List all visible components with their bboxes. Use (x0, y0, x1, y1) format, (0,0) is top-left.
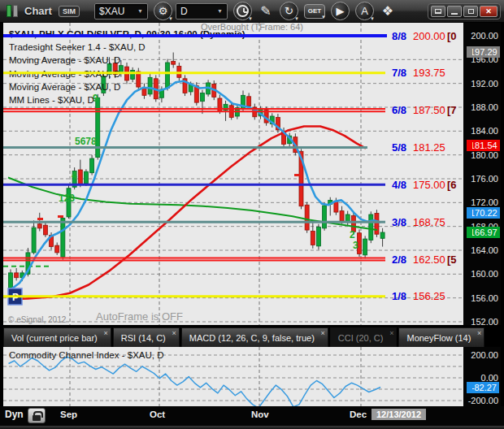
price-tick: 180.00 (464, 150, 498, 160)
time-axis-bar: Dyn SepOctNovDec12/13/2012 (0, 406, 504, 426)
indicator-tabbar: Vol (current price bar)×RSI (14, C)×MACD… (3, 326, 501, 347)
legend-line: Moving Average - $XAU, D (9, 67, 245, 80)
play-icon[interactable]: ▶ (331, 2, 350, 20)
ma-red (8, 127, 366, 300)
seeker-p-marker-label: P (12, 292, 19, 303)
month-label-oct: Oct (150, 410, 165, 419)
price-tick: 152.00 (464, 317, 498, 325)
price-badge: 166.97 (467, 227, 500, 238)
seeker-red-tick (37, 218, 43, 220)
tab-label: MACD (12, 26, C, 9, false, true) (189, 333, 315, 343)
maximize-button[interactable] (463, 6, 478, 17)
seeker-red-tick (58, 215, 63, 218)
draw-pencil-icon[interactable]: ✎ (258, 2, 274, 20)
lock-icon (33, 415, 41, 421)
price-tick: 188.00 (464, 102, 498, 112)
tab-moneyflow[interactable]: MoneyFlow (14)× (398, 327, 484, 347)
ma-blue (11, 81, 380, 289)
lock-scale-button[interactable] (28, 408, 46, 423)
tab-rsi[interactable]: RSI (14, C)× (113, 327, 180, 347)
seeker-annotation: 1 (345, 214, 351, 225)
cci-title: Commodity Channel Index - $XAU, D (9, 350, 163, 360)
tab-label: RSI (14, C) (121, 333, 166, 343)
legend-line: MM Lines - $XAU, D (9, 93, 245, 106)
window-controls: ✕ (428, 3, 501, 20)
price-tick: 192.00 (464, 79, 498, 89)
tab-close-icon[interactable]: × (104, 329, 108, 337)
tab-vol[interactable]: Vol (current price bar)× (3, 327, 111, 347)
interval-combo[interactable]: D ▼ (176, 3, 228, 20)
legend-line: Moving Average - $XAU, D (9, 80, 245, 93)
tab-close-icon[interactable]: × (172, 329, 176, 337)
chevron-down-icon: ▼ (212, 8, 223, 14)
price-badge: 181.54 (467, 140, 500, 151)
auto-a-icon[interactable]: A▼ (355, 2, 374, 20)
symbol-settings-gear-icon[interactable]: ⚙▼ (154, 2, 172, 20)
price-pane: 956784123123P $XAU, PHLX GOLD/SILVER, D,… (3, 23, 463, 325)
tab-label: Vol (current price bar) (11, 333, 98, 343)
seeker-red-tick (294, 174, 300, 176)
tab-close-icon[interactable]: × (321, 329, 325, 337)
tab-close-icon[interactable]: × (477, 329, 481, 337)
seeker-annotation: 5678 (75, 136, 97, 147)
price-badge: 170.22 (467, 207, 500, 219)
price-tick: 172.00 (464, 197, 498, 207)
sim-badge: SIM (59, 6, 80, 17)
title-bar: Chart SIM $XAU ▼ ⚙▼ D ▼ ▼ ✎ ↻▼ GET▼ ▶ A▼… (0, 0, 504, 23)
refresh-icon[interactable]: ↻▼ (280, 2, 298, 20)
month-label-dec: Dec (350, 410, 367, 419)
tab-label: CCI (20, C) (338, 333, 384, 343)
seeker-annotation: 3 (353, 240, 358, 251)
window-bottom-edge (0, 426, 504, 429)
seeker-annotation: 123 (59, 193, 75, 204)
price-axis: 200.00196.00192.00188.00184.00180.00176.… (463, 23, 501, 325)
close-button[interactable]: ✕ (480, 6, 497, 17)
tab-label: MoneyFlow (14) (406, 333, 471, 343)
chart-window: Chart SIM $XAU ▼ ⚙▼ D ▼ ▼ ✎ ↻▼ GET▼ ▶ A▼… (0, 0, 504, 429)
time-interval-clock-icon[interactable]: ▼ (233, 2, 252, 20)
date-badge[interactable]: 12/13/2012 (371, 409, 426, 420)
price-tick: 156.00 (464, 293, 498, 303)
month-label-sep: Sep (60, 410, 77, 419)
legend-line: Moving Average - $XAU, D (9, 54, 245, 67)
window-title: Chart (24, 5, 52, 17)
price-tick: 164.00 (464, 245, 498, 255)
chart-legend: $XAU, PHLX GOLD/SILVER, D, 09:30-16:00 (… (9, 28, 245, 106)
tab-close-icon[interactable]: × (389, 329, 393, 337)
dyn-label: Dyn (5, 409, 24, 420)
interval-value: D (180, 6, 188, 17)
cci-pane: Commodity Channel Index - $XAU, D (3, 347, 463, 406)
cci-tick: 200.00 (464, 350, 498, 360)
symbol-combo[interactable]: $XAU ▼ (94, 3, 148, 20)
tab-cci[interactable]: CCI (20, C)× (330, 327, 398, 347)
seeker-annotation: 4 (72, 170, 77, 181)
price-badge: 197.29 (467, 46, 500, 58)
symbol-value: $XAU (99, 6, 124, 17)
chart-app-icon (7, 5, 18, 17)
month-label-nov: Nov (251, 410, 269, 419)
get-data-button[interactable]: GET▼ (304, 4, 325, 19)
popout-button[interactable] (431, 6, 445, 17)
seeker-annotation: 2 (350, 229, 355, 240)
autoframe-status: AutoFrame is OFF (96, 310, 183, 323)
minimize-button[interactable] (447, 6, 462, 17)
overbought-label: OverBought (TFrame: 64) (201, 23, 303, 32)
copyright-label: © eSignal, 2012 (8, 315, 66, 324)
link-swap-icon[interactable]: ❖ (380, 2, 396, 20)
cci-line (9, 357, 381, 406)
tab-macd[interactable]: MACD (12, 26, C, 9, false, true)× (181, 327, 328, 347)
price-tick: 160.00 (464, 269, 498, 279)
price-tick: 176.00 (464, 174, 498, 184)
cci-axis: 200.000.00-200.00-82.27 (463, 347, 501, 406)
cci-tick: -200.00 (464, 396, 498, 405)
cci-badge: -82.27 (467, 382, 499, 393)
price-tick: 200.00 (464, 31, 498, 41)
legend-line: Tradesight Seeker 1.4 - $XAU, D (9, 41, 245, 54)
price-tick: 184.00 (464, 126, 498, 136)
chevron-down-icon: ▼ (133, 8, 143, 14)
